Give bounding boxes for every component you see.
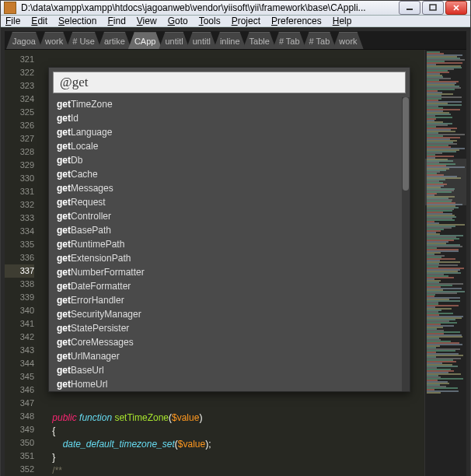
palette-result[interactable]: getDb [49,153,410,167]
close-button[interactable] [445,1,467,15]
menu-goto[interactable]: Goto [168,16,188,26]
minimize-button[interactable] [399,1,420,15]
palette-result[interactable]: getMessages [49,181,410,195]
kw-function: function [79,412,112,423]
palette-result[interactable]: getBaseUrl [49,363,410,377]
palette-result[interactable]: getExtensionPath [49,251,410,265]
line-number: 344 [5,357,34,370]
indent [42,412,52,423]
line-number: 346 [5,383,34,397]
line-number: 322 [5,66,34,79]
line-number: 351 [5,450,34,463]
tab[interactable]: CApp [128,32,162,49]
svg-rect-1 [430,5,436,10]
tab[interactable]: # Tab [273,32,306,49]
comment: /** [52,465,62,476]
tab[interactable]: # Tab [303,32,337,49]
titlebar[interactable]: D:\data\xampp\xampp\htdocs\jagoanweb\ven… [1,1,470,16]
palette-input[interactable]: @get [53,72,406,93]
line-number: 348 [5,410,34,423]
line-number: 339 [5,291,34,304]
palette-result[interactable]: getErrorHandler [49,293,410,307]
menu-project[interactable]: Project [232,16,260,26]
line-number: 352 [5,463,34,476]
line-number: 321 [5,53,34,66]
tab[interactable]: Jagoa [6,32,42,49]
palette-list: getTimeZonegetIdgetLanguagegetLocalegetD… [49,97,410,391]
app-icon [4,2,16,14]
fn-call: date_default_timezone_set [63,439,175,450]
line-number: 340 [5,304,34,317]
line-number: 328 [5,145,34,159]
menu-help[interactable]: Help [333,16,352,26]
line-number: 324 [5,93,34,106]
tab[interactable]: work [39,32,69,49]
menu-find[interactable]: Find [107,16,125,26]
maximize-button[interactable] [422,1,444,15]
menu-tools[interactable]: Tools [199,16,221,26]
palette-result[interactable]: getCache [49,167,410,181]
line-number: 331 [5,185,34,198]
palette-result[interactable]: getRuntimePath [49,237,410,251]
palette-result[interactable]: getHomeUrl [49,377,410,391]
palette-result[interactable]: getId [49,111,410,125]
line-number: 345 [5,370,34,383]
palette-result[interactable]: getSecurityManager [49,307,410,321]
menu-file[interactable]: File [5,16,20,26]
palette-result[interactable]: getTimeZone [49,97,410,111]
tab[interactable]: untitl [187,32,217,49]
line-number: 341 [5,317,34,331]
menu-edit[interactable]: Edit [31,16,47,26]
line-number: 350 [5,436,34,450]
palette-result[interactable]: getRequest [49,195,410,209]
line-number: 334 [5,225,34,238]
line-number: 325 [5,106,34,119]
palette-result[interactable]: getCoreMessages [49,335,410,349]
kw-public: public [52,412,76,423]
palette-result[interactable]: getUrlManager [49,349,410,363]
palette-result[interactable]: getController [49,209,410,223]
menu-view[interactable]: View [137,16,157,26]
menubar: FileEditSelectionFindViewGotoToolsProjec… [1,16,470,27]
palette-result[interactable]: getNumberFormatter [49,265,410,279]
line-number: 342 [5,331,34,344]
menu-selection[interactable]: Selection [58,16,96,26]
menu-preferences[interactable]: Preferences [271,16,322,26]
line-number: 323 [5,79,34,93]
tab[interactable]: # Use [66,32,101,49]
line-number: 336 [5,251,34,264]
window-title: D:\data\xampp\xampp\htdocs\jagoanweb\ven… [21,2,399,13]
minimap[interactable] [424,50,466,476]
line-number: 326 [5,119,34,132]
line-number: 332 [5,198,34,212]
tab[interactable]: inline [214,32,246,49]
param: $value [172,412,199,423]
palette-scroll-thumb[interactable] [403,97,409,191]
palette-result[interactable]: getBasePath [49,223,410,237]
palette-result[interactable]: getStatePersister [49,321,410,335]
line-gutter: 3213223233243253263273283293303313323333… [5,50,42,476]
palette-result[interactable]: getDateFormatter [49,279,410,293]
line-number: 327 [5,132,34,145]
line-number: 349 [5,423,34,436]
tabbar: Jagoawork# UseartikeCAppuntitluntitlinli… [5,31,466,50]
line-number: 335 [5,238,34,251]
palette-result[interactable]: getLanguage [49,125,410,139]
tab[interactable]: Table [243,32,276,49]
command-palette: @get getTimeZonegetIdgetLanguagegetLocal… [48,67,410,392]
palette-scrollbar[interactable] [402,97,410,391]
line-number: 333 [5,212,34,225]
line-number: 338 [5,278,34,291]
line-number: 343 [5,344,34,357]
line-number: 330 [5,172,34,185]
palette-result[interactable]: getLocale [49,139,410,153]
tab[interactable]: work [333,32,363,49]
line-number: 329 [5,159,34,172]
line-number: 337 [5,264,34,278]
tab[interactable]: artike [98,32,131,49]
tab[interactable]: untitl [159,32,189,49]
fn-name: setTimeZone [114,412,169,423]
line-number: 347 [5,397,34,410]
